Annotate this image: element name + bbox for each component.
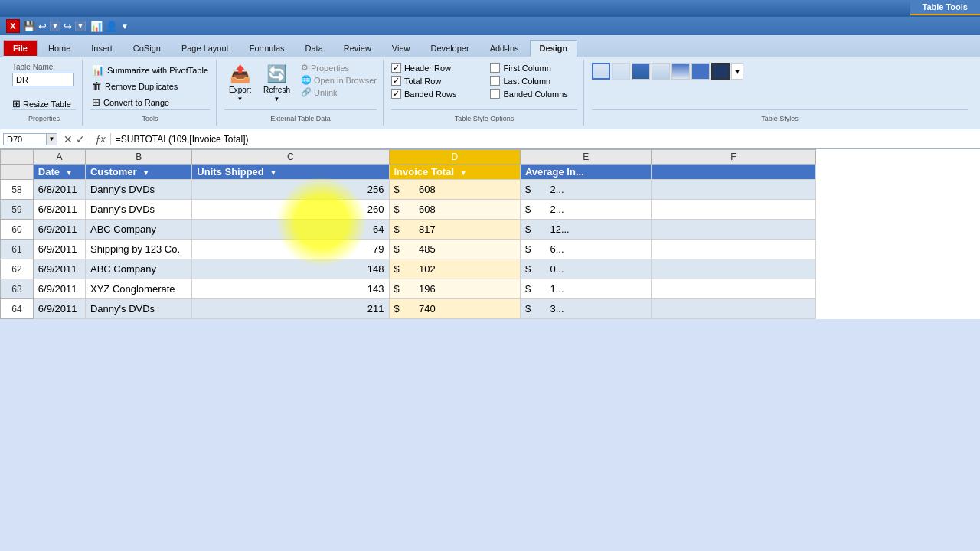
redo-button[interactable]: ↪ — [64, 21, 72, 32]
units-cell[interactable]: 79 — [192, 240, 389, 259]
tab-data[interactable]: Data — [296, 40, 333, 57]
customer-cell[interactable]: Danny's DVDs — [85, 200, 191, 220]
properties-button[interactable]: ⚙ Properties — [301, 63, 377, 73]
col-header-e[interactable]: E — [520, 150, 651, 165]
invoice-cell[interactable]: $ 817 — [389, 220, 520, 240]
col-header-c[interactable]: C — [192, 150, 389, 165]
expand-formula-button[interactable]: ✕ — [64, 133, 73, 145]
tab-design[interactable]: Design — [530, 40, 578, 57]
qat-extra-btn2[interactable]: 👤 — [106, 21, 118, 32]
customer-header[interactable]: Customer ▼ — [85, 165, 191, 180]
avg-cell[interactable]: $ 1... — [520, 279, 651, 299]
col-header-d[interactable]: D — [389, 150, 520, 165]
invoice-cell[interactable]: $ 102 — [389, 259, 520, 279]
tab-home[interactable]: Home — [38, 40, 80, 57]
tab-review[interactable]: Review — [334, 40, 381, 57]
units-cell[interactable]: 211 — [192, 299, 389, 319]
units-cell[interactable]: 143 — [192, 279, 389, 299]
units-header[interactable]: Units Shipped ▼ — [192, 165, 389, 180]
refresh-button[interactable]: 🔄 Refresh ▼ — [259, 63, 295, 104]
cell-reference[interactable]: D70 — [4, 134, 46, 145]
invoice-cell[interactable]: $ 608 — [389, 180, 520, 200]
tab-cosign[interactable]: CoSign — [123, 40, 171, 57]
qat-extra-btn1[interactable]: 📊 — [90, 21, 103, 32]
table-row[interactable]: 64 6/9/2011 Danny's DVDs 211 $ 740 $ 3..… — [1, 299, 980, 319]
avg-header[interactable]: Average In... — [520, 165, 651, 180]
total-row-checkbox[interactable]: ✓ Total Row — [391, 76, 479, 86]
customer-cell[interactable]: ABC Company — [85, 259, 191, 279]
table-row[interactable]: 58 6/8/2011 Danny's DVDs 256 $ 608 $ 2..… — [1, 180, 980, 200]
table-style-1[interactable] — [592, 63, 610, 80]
tab-view[interactable]: View — [382, 40, 420, 57]
customer-filter-arrow[interactable]: ▼ — [142, 169, 149, 177]
customer-cell[interactable]: Shipping by 123 Co. — [85, 240, 191, 259]
col-header-a[interactable]: A — [33, 150, 85, 165]
date-cell[interactable]: 6/8/2011 — [33, 200, 85, 220]
date-cell[interactable]: 6/9/2011 — [33, 279, 85, 299]
date-filter-arrow[interactable]: ▼ — [66, 169, 73, 177]
table-style-dark[interactable] — [711, 63, 730, 80]
banded-rows-checkbox[interactable]: ✓ Banded Rows — [391, 89, 479, 99]
date-cell[interactable]: 6/9/2011 — [33, 240, 85, 259]
tab-pagelayout[interactable]: Page Layout — [172, 40, 239, 57]
tab-insert[interactable]: Insert — [81, 40, 122, 57]
avg-cell[interactable]: $ 2... — [520, 200, 651, 220]
qat-more-btn[interactable]: ▼ — [121, 22, 129, 31]
units-cell[interactable]: 260 — [192, 200, 389, 220]
convert-to-range-button[interactable]: ⊞ Convert to Range — [90, 95, 210, 109]
date-cell[interactable]: 6/9/2011 — [33, 220, 85, 240]
table-row[interactable]: 60 6/9/2011 ABC Company 64 $ 817 $ 12... — [1, 220, 980, 240]
confirm-formula-button[interactable]: ✓ — [76, 133, 85, 145]
table-name-input[interactable] — [12, 73, 74, 86]
export-button[interactable]: 📤 Export ▼ — [224, 63, 256, 104]
table-style-6[interactable] — [691, 63, 710, 80]
avg-cell[interactable]: $ 6... — [520, 240, 651, 259]
tab-developer[interactable]: Developer — [421, 40, 479, 57]
table-style-4[interactable] — [652, 63, 670, 80]
table-styles-more[interactable]: ▼ — [731, 63, 743, 80]
date-cell[interactable]: 6/9/2011 — [33, 259, 85, 279]
last-column-checkbox[interactable]: Last Column — [490, 76, 577, 86]
invoice-filter-arrow[interactable]: ▼ — [460, 169, 467, 177]
invoice-cell[interactable]: $ 740 — [389, 299, 520, 319]
avg-cell[interactable]: $ 3... — [520, 299, 651, 319]
table-style-3[interactable] — [632, 63, 650, 80]
resize-table-button[interactable]: ⊞ Resize Table — [12, 98, 76, 109]
customer-cell[interactable]: Danny's DVDs — [85, 180, 191, 200]
invoice-cell[interactable]: $ 608 — [389, 200, 520, 220]
summarize-pivottable-button[interactable]: 📊 Summarize with PivotTable — [90, 63, 210, 77]
units-filter-arrow[interactable]: ▼ — [270, 169, 276, 177]
units-cell[interactable]: 148 — [192, 259, 389, 279]
customer-cell[interactable]: ABC Company — [85, 220, 191, 240]
table-row[interactable]: 61 6/9/2011 Shipping by 123 Co. 79 $ 485… — [1, 240, 980, 259]
customer-cell[interactable]: Danny's DVDs — [85, 299, 191, 319]
col-header-f[interactable]: F — [652, 150, 815, 165]
header-row-checkbox[interactable]: ✓ Header Row — [391, 63, 479, 73]
date-cell[interactable]: 6/9/2011 — [33, 299, 85, 319]
banded-columns-checkbox[interactable]: Banded Columns — [490, 89, 577, 99]
undo-dropdown[interactable]: ▼ — [50, 21, 60, 31]
invoice-cell[interactable]: $ 196 — [389, 279, 520, 299]
open-browser-button[interactable]: 🌐 Open in Browser — [301, 75, 377, 85]
date-header[interactable]: Date ▼ — [33, 165, 85, 180]
first-column-checkbox[interactable]: First Column — [490, 63, 577, 73]
avg-cell[interactable]: $ 2... — [520, 180, 651, 200]
table-row[interactable]: 63 6/9/2011 XYZ Conglomerate 143 $ 196 $… — [1, 279, 980, 299]
units-cell[interactable]: 256 — [192, 180, 389, 200]
table-row[interactable]: 59 6/8/2011 Danny's DVDs 260 $ 608 $ 2..… — [1, 200, 980, 220]
table-style-2[interactable] — [612, 63, 630, 80]
invoice-cell[interactable]: $ 485 — [389, 240, 520, 259]
date-cell[interactable]: 6/8/2011 — [33, 180, 85, 200]
unlink-button[interactable]: 🔗 Unlink — [301, 87, 377, 97]
avg-cell[interactable]: $ 12... — [520, 220, 651, 240]
customer-cell[interactable]: XYZ Conglomerate — [85, 279, 191, 299]
cell-ref-dropdown[interactable]: ▼ — [46, 134, 57, 145]
table-row[interactable]: 62 6/9/2011 ABC Company 148 $ 102 $ 0... — [1, 259, 980, 279]
table-style-5[interactable] — [671, 63, 690, 80]
tab-formulas[interactable]: Formulas — [240, 40, 295, 57]
tab-file[interactable]: File — [3, 40, 38, 57]
avg-cell[interactable]: $ 0... — [520, 259, 651, 279]
col-header-b[interactable]: B — [85, 150, 191, 165]
save-button[interactable]: 💾 — [23, 21, 35, 32]
remove-duplicates-button[interactable]: 🗑 Remove Duplicates — [90, 79, 210, 93]
